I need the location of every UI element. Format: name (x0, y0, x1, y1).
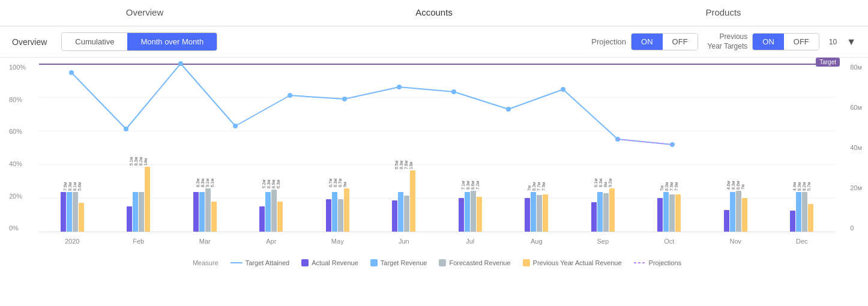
bar-prev-9 (675, 194, 681, 232)
bar-forecast-11 (802, 192, 807, 232)
bars-container: 7.9м8.3м8.1м5.6м5.1м8.3м8.2м14м8.3м8.3м9… (39, 64, 835, 232)
bar-target-0 (67, 192, 72, 232)
bar-group-9: 7м8.3м7.9м7.9м (636, 64, 703, 232)
bar-actual-9 (657, 198, 663, 232)
bar-prev-5 (410, 170, 415, 232)
x-label-aug: Aug (504, 238, 570, 245)
nav-item-overview[interactable]: Overview (0, 0, 289, 26)
x-label-dec: Dec (769, 238, 836, 245)
bar-forecast-7 (537, 195, 542, 232)
bar-forecast-9 (669, 194, 675, 232)
legend-measure-label: Measure (193, 259, 219, 266)
x-label-nov: Nov (702, 238, 769, 245)
x-label-may: May (304, 238, 371, 245)
bar-actual-8 (591, 202, 597, 232)
bar-actual-7 (525, 198, 530, 232)
bar-group-1: 5.1м8.3м8.2м14м (106, 64, 172, 232)
x-label-apr: Apr (238, 238, 305, 245)
x-label-feb: Feb (106, 238, 172, 245)
bar-actual-10 (724, 210, 729, 232)
chart-area: 100% 80% 60% 40% 20% 0% 80м 60м 40м 20м … (0, 58, 868, 306)
prev-year-on-button[interactable]: ON (753, 34, 784, 50)
bar-prev-0 (79, 203, 84, 232)
dropdown-chevron-icon[interactable]: ▼ (846, 37, 856, 47)
month-over-month-button[interactable]: Month over Month (127, 33, 217, 50)
projection-label: Projection (591, 37, 626, 46)
prev-year-label: PreviousYear Targets (708, 32, 748, 51)
legend-line-projections (634, 262, 646, 263)
grid-line-0 (39, 232, 835, 232)
x-label-sep: Sep (570, 238, 636, 245)
x-label-oct: Oct (636, 238, 703, 245)
bar-actual-2 (193, 192, 199, 232)
bar-forecast-6 (471, 191, 476, 232)
bar-group-7: 7м8.3м7.7м7.9м (504, 64, 570, 232)
bar-actual-0 (61, 192, 66, 232)
bar-prev-7 (543, 194, 548, 232)
bar-target-5 (398, 192, 403, 232)
y-axis-right: 80м 60м 40м 20м 0 (850, 64, 862, 232)
legend-forecasted-revenue: Forecasted Revenue (439, 259, 510, 266)
bar-prev-1 (145, 167, 150, 232)
legend-dot-target-rev (370, 259, 378, 266)
projection-toggle: ON OFF (631, 33, 698, 50)
bar-target-4 (332, 192, 337, 232)
nav-item-accounts[interactable]: Accounts (289, 0, 579, 26)
legend-projections: Projections (634, 259, 681, 266)
view-toggle-group: Cumulative Month over Month (61, 32, 217, 51)
bar-group-3: 5.2м8.3м8.9м6.3м (238, 64, 305, 232)
projection-group: Projection ON OFF (591, 33, 698, 50)
x-axis-labels: 2020 Feb Mar Apr May Jun Jul Aug Sep Oct… (39, 238, 835, 245)
legend-prev-year: Previous Year Actual Revenue (523, 259, 622, 266)
bar-actual-4 (326, 199, 331, 232)
bar-prev-8 (609, 188, 615, 232)
bar-forecast-3 (271, 190, 277, 232)
bar-forecast-10 (736, 191, 741, 232)
bar-prev-6 (477, 197, 482, 232)
top-navigation: Overview Accounts Products (0, 0, 868, 26)
bar-target-6 (465, 192, 470, 232)
prev-year-toggle: ON OFF (752, 33, 819, 50)
nav-item-products[interactable]: Products (579, 0, 868, 26)
legend-dot-prev-year (523, 259, 530, 266)
x-label-jul: Jul (437, 238, 504, 245)
prev-year-group: PreviousYear Targets ON OFF (708, 32, 819, 51)
bar-prev-2 (211, 202, 217, 232)
overview-label: Overview (12, 37, 47, 47)
projection-on-button[interactable]: ON (631, 34, 663, 50)
bar-forecast-0 (73, 192, 78, 232)
bar-target-9 (663, 192, 669, 232)
y-axis-left: 100% 80% 60% 40% 20% 0% (9, 64, 26, 232)
legend-line-target-attained (231, 262, 243, 263)
cumulative-button[interactable]: Cumulative (62, 33, 127, 50)
legend-target-attained: Target Attained (231, 259, 289, 266)
bar-target-3 (265, 192, 271, 232)
bar-actual-3 (259, 206, 265, 232)
bar-group-10: 4.6м8.3м8.6м7м (702, 64, 769, 232)
bar-prev-3 (277, 202, 283, 232)
bar-target-2 (199, 192, 205, 232)
bar-target-8 (597, 192, 603, 232)
bar-forecast-2 (205, 188, 211, 232)
bar-group-0: 7.9м8.3м8.1м5.6м (39, 64, 106, 232)
prev-year-off-button[interactable]: OFF (784, 34, 819, 50)
bar-forecast-1 (139, 192, 144, 232)
bar-target-11 (796, 192, 801, 232)
bar-actual-5 (392, 200, 397, 232)
bar-group-11: 4.4м8.3м8.2м5.7м (769, 64, 836, 232)
bar-forecast-4 (338, 199, 343, 232)
legend-actual-revenue: Actual Revenue (301, 259, 358, 266)
bar-forecast-5 (404, 196, 409, 232)
target-count: 10 (829, 38, 837, 46)
bar-target-10 (730, 192, 735, 232)
projection-off-button[interactable]: OFF (663, 34, 698, 50)
bar-actual-6 (459, 198, 464, 232)
chart-inner: 100% 80% 60% 40% 20% 0% 80м 60м 40м 20м … (39, 64, 835, 232)
legend-dot-actual (301, 259, 309, 266)
legend-dot-forecast (439, 259, 446, 266)
bar-prev-11 (808, 204, 813, 232)
bar-group-8: 6.1м8.3м8м9.2м (570, 64, 636, 232)
bar-target-1 (133, 192, 138, 232)
x-label-mar: Mar (172, 238, 238, 245)
bar-prev-10 (742, 198, 747, 232)
